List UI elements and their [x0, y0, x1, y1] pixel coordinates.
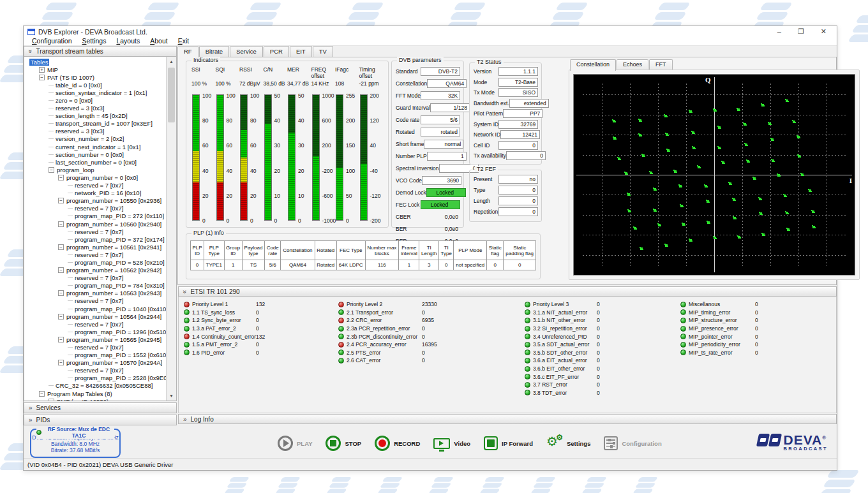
tree-item[interactable]: −PAT (TS ID 1007) [24, 73, 166, 81]
tab-pcr[interactable]: PCR [264, 46, 289, 57]
tab-rf[interactable]: RF [177, 46, 198, 57]
gauge-tick-label: 200 [370, 92, 379, 99]
plp-cell: not specified [454, 260, 487, 270]
tree-item[interactable]: −program_number = 10562 [0x2942] [24, 267, 166, 274]
pids-section-header[interactable]: » PIDs [24, 415, 177, 425]
gauge-stripes [217, 95, 223, 220]
tree-item[interactable]: program_map_PID = 784 [0x310] [24, 282, 166, 290]
tree-item[interactable]: reserved = 7 [0x7] [24, 205, 166, 212]
tree-item[interactable]: reserved = 7 [0x7] [24, 274, 166, 282]
constellation-point [629, 195, 631, 196]
collapse-minus-icon[interactable]: − [58, 244, 64, 250]
tree-item[interactable]: section_number = 0 [0x0] [24, 151, 166, 158]
tab-eit[interactable]: EIT [290, 46, 312, 57]
tree-item[interactable]: −program_number = 0 [0x0] [24, 173, 166, 181]
expand-plus-icon[interactable]: + [39, 67, 45, 73]
tree-item[interactable]: +MIP [24, 66, 166, 73]
etsi-error-row: 3.2 SI_repetition_error0 [525, 325, 600, 333]
tree-item[interactable]: program_map_PID = 1552 [0x610] [24, 351, 166, 359]
scrollbar-thumb[interactable] [168, 68, 175, 122]
constellation-tab-constellation[interactable]: Constellation [570, 59, 616, 71]
ip-forward-button[interactable]: IP Forward [484, 436, 533, 450]
tab-tv[interactable]: TV [313, 46, 333, 57]
collapse-minus-icon[interactable]: − [58, 337, 64, 342]
tree-item[interactable]: −program_number = 10550 [0x2936] [24, 197, 166, 205]
tree-item[interactable]: Tables [24, 58, 166, 66]
tree-item[interactable]: −program_number = 10561 [0x2941] [24, 243, 166, 251]
tree-item[interactable]: reserved = 7 [0x7] [24, 343, 166, 351]
tree-item[interactable]: −PMT (prgID 10550) [24, 397, 166, 401]
menu-item-exit[interactable]: Exit [174, 37, 194, 45]
constellation-point [811, 210, 812, 211]
collapse-minus-icon[interactable]: − [58, 360, 64, 365]
tree-item[interactable]: reserved = 3 [0x3] [24, 105, 166, 112]
maximize-icon[interactable]: ❐ [798, 27, 804, 36]
scroll-down-icon[interactable]: ▼ [167, 391, 176, 401]
tree-item[interactable]: CRC_32 = 84266632 [0x0505CE88] [24, 382, 166, 390]
tree-item[interactable]: reserved = 7 [0x7] [24, 320, 166, 328]
play-button[interactable]: PLAY [278, 436, 312, 451]
constellation-point [814, 227, 816, 228]
tree-item[interactable]: −program_number = 10565 [0x2945] [24, 335, 166, 343]
tree-item[interactable]: program_map_PID = 372 [0x174] [24, 235, 166, 243]
tree-item[interactable]: reserved = 3 [0x3] [24, 128, 166, 135]
tree-item[interactable]: section_length = 45 [0x2D] [24, 112, 166, 120]
minimize-icon[interactable]: – [777, 27, 781, 36]
tree-item[interactable]: reserved = 7 [0x7] [24, 182, 166, 189]
tree-item[interactable]: section_syntax_indicator = 1 [0x1] [24, 89, 166, 96]
tree-item[interactable]: −program_loop [24, 166, 166, 173]
tree-item[interactable]: −program_number = 10570 [0x294A] [24, 359, 166, 367]
collapse-minus-icon[interactable]: − [39, 391, 45, 397]
menu-item-about[interactable]: About [146, 37, 172, 45]
video-button[interactable]: Video [433, 438, 470, 449]
configuration-button[interactable]: Configuration [604, 436, 661, 450]
services-section-header[interactable]: » Services [24, 402, 177, 413]
collapse-minus-icon[interactable]: − [58, 198, 64, 203]
collapse-minus-icon[interactable]: − [58, 314, 64, 320]
collapse-minus-icon[interactable]: − [49, 167, 54, 173]
collapse-minus-icon[interactable]: − [58, 175, 64, 180]
menu-item-layouts[interactable]: Layouts [112, 37, 144, 45]
stop-button[interactable]: STOP [326, 436, 361, 451]
tree-item[interactable]: program_map_PID = 1040 [0x410] [24, 305, 166, 313]
tab-bitrate[interactable]: Bitrate [199, 46, 229, 57]
settings-button[interactable]: ⚙⚙Settings [546, 435, 590, 452]
log-info-section-header[interactable]: » Log Info [178, 414, 837, 424]
collapse-minus-icon[interactable]: − [58, 221, 64, 227]
tree-item[interactable]: last_section_number = 0 [0x0] [24, 158, 166, 166]
menu-item-configuration[interactable]: Configuration [27, 37, 76, 45]
gauge-value: 100 % [191, 80, 216, 90]
tree-item[interactable]: −program_number = 10564 [0x2944] [24, 313, 166, 320]
collapse-minus-icon[interactable]: − [58, 267, 64, 273]
tree-item[interactable]: transport_stream_id = 1007 [0x3EF] [24, 120, 166, 128]
tree-item[interactable]: −program_number = 10560 [0x2940] [24, 220, 166, 228]
tree-item[interactable]: network_PID = 16 [0x10] [24, 189, 166, 197]
tree-item[interactable]: reserved = 7 [0x7] [24, 367, 166, 374]
menu-item-settings[interactable]: Settings [77, 37, 110, 45]
tree-item[interactable]: −program_number = 10563 [0x2943] [24, 290, 166, 297]
tree-item[interactable]: program_map_PID = 2528 [0x9E0] [24, 374, 166, 382]
close-icon[interactable]: ✕ [821, 27, 827, 36]
scroll-up-icon[interactable]: ▲ [167, 57, 176, 66]
tree-item[interactable]: program_map_PID = 272 [0x110] [24, 212, 166, 220]
record-button[interactable]: RECORD [375, 436, 420, 451]
tree-scrollbar[interactable]: ▲ ▼ [166, 57, 176, 401]
collapse-minus-icon[interactable]: − [49, 399, 54, 401]
tree-item[interactable]: reserved = 7 [0x7] [24, 228, 166, 235]
tree-item[interactable]: table_id = 0 [0x0] [24, 81, 166, 89]
tree-item[interactable]: current_next_indicator = 1 [0x1] [24, 143, 166, 151]
tree-item[interactable]: reserved = 7 [0x7] [24, 251, 166, 258]
constellation-point [630, 211, 631, 212]
collapse-minus-icon[interactable]: − [58, 290, 64, 296]
tree-item[interactable]: program_map_PID = 528 [0x210] [24, 258, 166, 266]
tree-item[interactable]: program_map_PID = 1296 [0x510] [24, 328, 166, 335]
etsi-section-header[interactable]: » ETSI TR 101 290 [178, 286, 837, 297]
tree-item[interactable]: version_number = 2 [0x2] [24, 135, 166, 143]
tree-item[interactable]: reserved = 7 [0x7] [24, 297, 166, 305]
expand-chevron-icon: » [29, 404, 33, 411]
tree-item[interactable]: zero = 0 [0x0] [24, 96, 166, 104]
tab-service[interactable]: Service [230, 46, 263, 57]
collapse-minus-icon[interactable]: − [39, 75, 45, 80]
tree-item[interactable]: −Program Map Tables (8) [24, 390, 166, 397]
transport-stream-tables-header[interactable]: » Transport stream tables [24, 46, 177, 57]
